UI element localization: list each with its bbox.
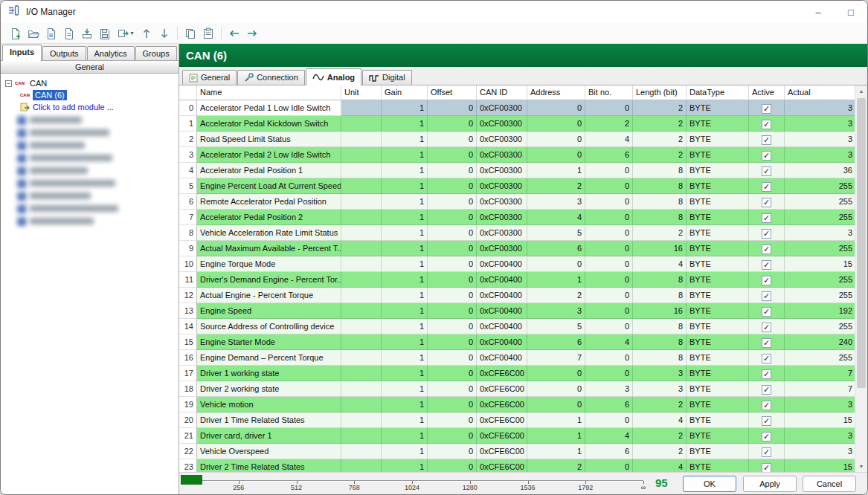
cell-gain[interactable]: 1 [382,116,428,132]
cell-actual[interactable]: 255 [785,194,855,210]
cell-name[interactable]: Driver 1 working state [197,366,341,381]
cell-bit-no[interactable]: 0 [585,272,633,288]
active-checkbox[interactable]: ✓ [762,432,771,441]
cell-active[interactable]: ✓ [749,350,785,366]
navigate-forward-button[interactable] [243,25,261,42]
table-row[interactable]: 7Accelerator Pedal Position 2100xCF00300… [179,210,855,225]
cell-can-id[interactable]: 0xCF00300 [477,116,527,132]
cell-actual[interactable]: 192 [785,303,855,319]
cell-address[interactable]: 2 [527,288,585,303]
cell-unit[interactable] [341,163,382,178]
cell-active[interactable]: ✓ [749,381,785,397]
cell-address[interactable]: 0 [527,132,585,147]
cell-unit[interactable] [341,412,382,428]
tree-item-blurred[interactable] [17,152,179,164]
cell-unit[interactable] [341,256,382,272]
table-row[interactable]: 2Road Speed Limit Status100xCF00300042BY… [179,132,855,147]
column-header-bit-no-[interactable]: Bit no. [585,85,633,100]
cell-unit[interactable] [341,350,382,366]
table-row[interactable]: 4Accelerator Pedal Position 1100xCF00300… [179,163,855,178]
cell-address[interactable]: 2 [527,178,585,194]
import-button[interactable] [78,25,96,42]
cell-gain[interactable]: 1 [382,444,428,459]
active-checkbox[interactable]: ✓ [762,276,771,285]
cell-bit-no[interactable]: 0 [585,100,633,116]
cell-offset[interactable]: 0 [428,288,477,303]
table-row[interactable]: 9Actual Maximum Available - Percent T...… [179,241,855,256]
cell-can-id[interactable]: 0xCFE6C00 [477,444,527,459]
titlebar[interactable]: I/O Manager – □ [1,1,867,23]
cell-bit-no[interactable]: 0 [585,366,633,381]
cell-gain[interactable]: 1 [382,412,428,428]
cell-bit-no[interactable]: 0 [585,412,633,428]
cell-length[interactable]: 8 [633,178,687,194]
scrollbar-thumb[interactable] [857,98,866,388]
active-checkbox[interactable]: ✓ [762,416,771,426]
tab-connection[interactable]: Connection [237,70,305,85]
cell-name[interactable]: Engine Demand – Percent Torque [197,350,341,366]
cell-name[interactable]: Actual Engine - Percent Torque [197,288,341,303]
cell-address[interactable]: 3 [527,303,585,319]
cell-datatype[interactable]: BYTE [687,319,749,334]
table-row[interactable]: 8Vehicle Acceleration Rate Limit Status1… [179,225,855,241]
column-header-datatype[interactable]: DataType [687,85,749,100]
column-header-actual[interactable]: Actual [785,85,856,100]
cell-datatype[interactable]: BYTE [687,147,749,163]
cell-offset[interactable]: 0 [428,178,477,194]
active-checkbox[interactable]: ✓ [762,166,771,176]
cell-gain[interactable]: 1 [382,350,428,366]
cell-actual[interactable]: 255 [785,241,855,256]
cell-name[interactable]: Engine Speed [197,303,341,319]
cell-gain[interactable]: 1 [382,272,428,288]
tree-item-blurred[interactable] [17,127,179,138]
cell-actual[interactable]: 255 [785,288,855,303]
table-row[interactable]: 12Actual Engine - Percent Torque100xCF00… [179,288,855,303]
cell-length[interactable]: 8 [633,350,687,366]
move-up-button[interactable] [138,25,155,42]
cell-datatype[interactable]: BYTE [687,366,749,381]
cell-unit[interactable] [341,428,382,444]
cell-offset[interactable]: 0 [428,350,477,366]
cell-gain[interactable]: 1 [382,303,428,319]
cell-length[interactable]: 8 [633,163,687,178]
cell-bit-no[interactable]: 0 [585,194,633,210]
cell-name[interactable]: Driver card, driver 1 [197,428,341,444]
tree-item-add-module[interactable]: Click to add module ... [1,101,179,113]
cell-unit[interactable] [341,100,382,116]
column-header-active[interactable]: Active [749,85,785,100]
cell-length[interactable]: 4 [633,412,687,428]
cell-length[interactable]: 4 [633,256,687,272]
cell-bit-no[interactable]: 6 [585,147,633,163]
cell-gain[interactable]: 1 [382,256,428,272]
copy-button[interactable] [181,25,199,42]
navigate-back-button[interactable] [225,25,243,42]
table-row[interactable]: 1Accelerator Pedal Kickdown Switch100xCF… [179,116,855,132]
tree-item-can6[interactable]: CAN CAN (6) [1,89,179,101]
active-checkbox[interactable]: ✓ [762,135,771,145]
cell-offset[interactable]: 0 [428,272,477,288]
active-checkbox[interactable]: ✓ [762,338,771,348]
cell-gain[interactable]: 1 [382,178,428,194]
cell-gain[interactable]: 1 [382,194,428,210]
cell-length[interactable]: 2 [633,428,687,444]
cell-name[interactable]: Source Address of Controlling device [197,319,341,334]
cell-can-id[interactable]: 0xCF00300 [477,241,527,256]
table-row[interactable]: 11Driver's Demand Engine - Percent Tor..… [179,272,855,288]
cell-address[interactable]: 6 [527,334,585,350]
tab-outputs[interactable]: Outputs [42,46,86,60]
cell-datatype[interactable]: BYTE [687,288,749,303]
table-row[interactable]: 13Engine Speed100xCF004003016BYTE✓192 [179,303,855,319]
data-rate-scale[interactable]: 2565127681024128015361792∞ [181,474,646,494]
table-row[interactable]: 22Vehicle Overspeed100xCFE6C00162BYTE✓3 [179,444,855,459]
cell-active[interactable]: ✓ [749,334,785,350]
table-row[interactable]: 3Accelerator Pedal 2 Low Idle Switch100x… [179,147,855,163]
cell-length[interactable]: 16 [633,241,687,256]
table-row[interactable]: 5Engine Percent Load At Current Speed100… [179,178,855,194]
cell-active[interactable]: ✓ [749,100,785,116]
cell-unit[interactable] [341,444,382,459]
cell-length[interactable]: 16 [633,303,687,319]
cell-unit[interactable] [341,194,382,210]
cell-actual[interactable]: 3 [785,397,855,412]
cell-datatype[interactable]: BYTE [687,225,749,241]
cell-offset[interactable]: 0 [428,444,477,459]
